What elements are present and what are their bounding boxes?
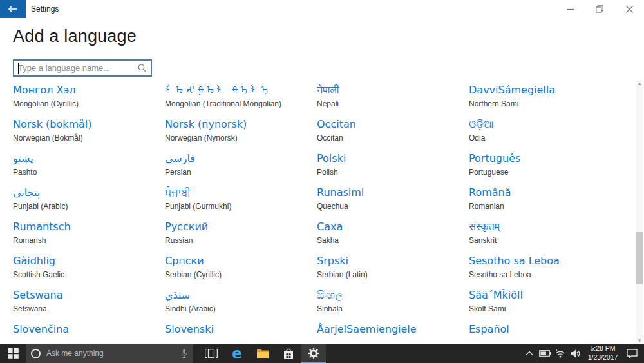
minimize-button[interactable] xyxy=(555,0,585,18)
cortana-search-box[interactable]: Ask me anything xyxy=(26,344,193,363)
microphone-icon[interactable] xyxy=(180,348,188,359)
language-grid: Монгол ХэлMongolian (Cyrillic)ᠮᠣᠩᠭᠣᠯ ᠬᠡᠯ… xyxy=(13,84,621,357)
window-title: Settings xyxy=(31,5,59,14)
clock-date: 1/23/2017 xyxy=(585,353,621,362)
language-native-name: Polski xyxy=(317,152,469,165)
language-english-name: Sindhi (Arabic) xyxy=(165,304,317,313)
language-english-name: Sakha xyxy=(317,236,469,245)
language-native-name: नेपाली xyxy=(317,84,469,97)
language-english-name: Serbian (Latin) xyxy=(317,270,469,279)
language-search-box[interactable] xyxy=(13,59,152,77)
language-native-name: Português xyxy=(469,152,621,165)
store-icon xyxy=(283,348,294,360)
close-icon xyxy=(626,6,633,13)
language-item[interactable]: ਪੰਜਾਬੀPunjabi (Gurmukhi) xyxy=(165,186,317,221)
language-english-name: Mongolian (Cyrillic) xyxy=(13,99,165,108)
search-icon xyxy=(138,64,146,72)
back-button[interactable] xyxy=(0,0,26,18)
system-tray: 5:28 PM 1/23/2017 xyxy=(523,344,644,363)
language-english-name: Nepali xyxy=(317,99,469,108)
language-item[interactable]: Norsk (bokmål)Norwegian (Bokmål) xyxy=(13,118,165,152)
scrollbar-thumb[interactable] xyxy=(636,232,643,284)
language-item[interactable]: GàidhligScottish Gaelic xyxy=(13,255,165,289)
action-center-button[interactable] xyxy=(623,344,640,363)
language-item[interactable]: SetswanaSetswana xyxy=(13,289,165,323)
taskbar-clock[interactable]: 5:28 PM 1/23/2017 xyxy=(585,344,621,362)
language-native-name: Српски xyxy=(165,255,317,268)
language-item[interactable]: DavviSámegiellaNorthern Sami xyxy=(469,84,621,118)
titlebar: Settings xyxy=(0,0,644,18)
language-item[interactable]: Монгол ХэлMongolian (Cyrillic) xyxy=(13,84,165,118)
battery-icon xyxy=(539,349,551,357)
task-view-button[interactable] xyxy=(198,344,224,363)
wifi-icon xyxy=(554,349,566,358)
tray-overflow-button[interactable] xyxy=(523,344,536,363)
file-explorer-icon xyxy=(256,348,269,358)
language-item[interactable]: سنڌيSindhi (Arabic) xyxy=(165,289,317,323)
language-english-name: Sesotho sa Leboa xyxy=(469,270,621,279)
search-input[interactable] xyxy=(14,61,138,75)
language-english-name: Sinhala xyxy=(317,304,469,313)
language-item[interactable]: СрпскиSerbian (Cyrillic) xyxy=(165,255,317,289)
language-item[interactable]: Sää´MǩiõllSkolt Sami xyxy=(469,289,621,323)
action-center-icon xyxy=(627,349,638,358)
language-english-name: Pashto xyxy=(13,168,165,177)
language-english-name: Romanian xyxy=(469,202,621,211)
scroll-up-icon[interactable]: ▲ xyxy=(636,80,643,86)
language-english-name: Northern Sami xyxy=(469,99,621,108)
language-item[interactable]: ଓଡ଼ିଆOdia xyxy=(469,118,621,152)
window-controls xyxy=(555,0,644,18)
language-item[interactable]: සිංහලSinhala xyxy=(317,289,469,323)
language-item[interactable]: संस्कृतम्Sanskrit xyxy=(469,221,621,255)
language-english-name: Punjabi (Arabic) xyxy=(13,202,165,211)
language-native-name: Slovenski xyxy=(165,323,317,336)
close-button[interactable] xyxy=(614,0,644,18)
language-english-name: Odia xyxy=(469,133,621,142)
language-native-name: Sää´Mǩiõll xyxy=(469,289,621,302)
text-caret xyxy=(18,63,19,74)
language-native-name: संस्कृतम् xyxy=(469,221,621,233)
clock-time: 5:28 PM xyxy=(585,344,621,353)
language-native-name: ਪੰਜਾਬੀ xyxy=(165,186,317,199)
page-title: Add a language xyxy=(13,26,137,46)
language-native-name: Norsk (bokmål) xyxy=(13,118,165,131)
language-item[interactable]: PolskiPolish xyxy=(317,152,469,186)
language-native-name: Runasimi xyxy=(317,186,469,199)
language-english-name: Romansh xyxy=(13,236,165,245)
language-english-name: Quechua xyxy=(317,202,469,211)
language-item[interactable]: فارسیPersian xyxy=(165,152,317,186)
volume-status[interactable] xyxy=(569,344,582,363)
language-english-name: Scottish Gaelic xyxy=(13,270,165,279)
language-native-name: Slovenčina xyxy=(13,323,165,336)
language-item[interactable]: СахаSakha xyxy=(317,221,469,255)
language-item[interactable]: OccitanOccitan xyxy=(317,118,469,152)
language-item[interactable]: Sesotho sa LeboaSesotho sa Leboa xyxy=(469,255,621,289)
start-button[interactable] xyxy=(0,344,26,363)
language-native-name: Română xyxy=(469,186,621,199)
language-item[interactable]: नेपालीNepali xyxy=(317,84,469,118)
settings-button-active[interactable] xyxy=(301,344,326,363)
language-item[interactable]: RumantschRomansh xyxy=(13,221,165,255)
language-item[interactable]: SrpskiSerbian (Latin) xyxy=(317,255,469,289)
content-area: Add a language Монгол ХэлMongolian (Cyri… xyxy=(0,18,644,344)
language-item[interactable]: پښتوPashto xyxy=(13,152,165,186)
language-item[interactable]: پنجابیPunjabi (Arabic) xyxy=(13,186,165,221)
taskbar: Ask me anything e xyxy=(0,344,644,363)
task-view-icon xyxy=(205,349,218,358)
edge-button[interactable]: e xyxy=(224,344,250,363)
language-item[interactable]: RomânăRomanian xyxy=(469,186,621,221)
store-button[interactable] xyxy=(276,344,301,363)
scroll-down-icon[interactable]: ▼ xyxy=(636,337,643,344)
network-status[interactable] xyxy=(554,344,567,363)
scrollbar[interactable]: ▲ ▼ xyxy=(636,80,643,344)
language-english-name: Serbian (Cyrillic) xyxy=(165,270,317,279)
battery-status[interactable] xyxy=(538,344,551,363)
language-item[interactable]: ᠮᠣᠩᠭᠣᠯ ᠬᠡᠯᠡMongolian (Traditional Mongol… xyxy=(165,84,317,118)
edge-icon: e xyxy=(232,346,242,361)
language-item[interactable]: RunasimiQuechua xyxy=(317,186,469,221)
language-item[interactable]: РусскийRussian xyxy=(165,221,317,255)
file-explorer-button[interactable] xyxy=(250,344,276,363)
language-item[interactable]: Norsk (nynorsk)Norwegian (Nynorsk) xyxy=(165,118,317,152)
language-item[interactable]: PortuguêsPortuguese xyxy=(469,152,621,186)
restore-button[interactable] xyxy=(585,0,614,18)
